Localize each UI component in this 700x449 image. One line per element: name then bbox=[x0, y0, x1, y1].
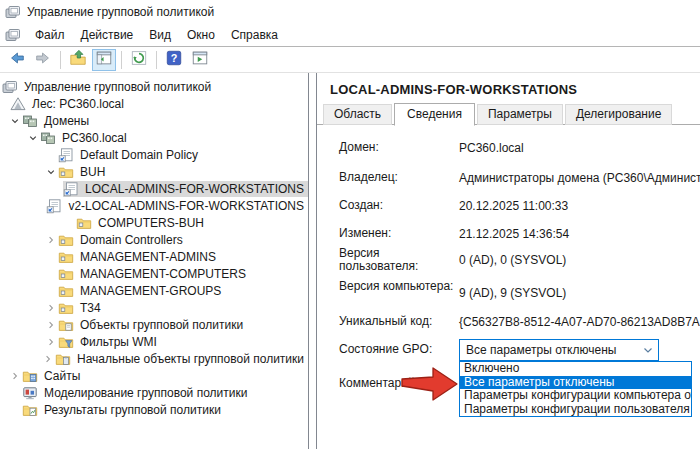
tree-expand-chevron-icon[interactable] bbox=[7, 371, 22, 381]
detail-field: Создан:20.12.2025 11:00:33 bbox=[339, 199, 700, 213]
detail-field-value: 21.12.2025 14:36:54 bbox=[459, 227, 569, 241]
menu-item-2[interactable]: Вид bbox=[141, 24, 179, 46]
menu-item-3[interactable]: Окно bbox=[179, 24, 223, 46]
tree-item[interactable]: Моделирование групповой политики bbox=[0, 384, 308, 401]
export-list-button[interactable] bbox=[66, 49, 90, 71]
tree-item-content[interactable]: Результаты групповой политики bbox=[22, 402, 225, 418]
dropdown-option[interactable]: Параметры конфигурации пользователя откл… bbox=[460, 403, 691, 417]
tree-item-content[interactable]: PC360.local bbox=[40, 130, 131, 146]
tree-item-content[interactable]: Объекты групповой политики bbox=[58, 317, 247, 333]
tree-item-content[interactable]: LOCAL-ADMINS-FOR-WORKSTATIONS bbox=[63, 181, 308, 197]
tree-item-content[interactable]: T34 bbox=[58, 300, 105, 316]
ou-icon bbox=[58, 266, 74, 282]
tab-settings[interactable]: Параметры bbox=[477, 104, 563, 125]
dropdown-option[interactable]: Все параметры отключены bbox=[460, 376, 691, 390]
forward-button[interactable] bbox=[31, 49, 55, 71]
tree-item[interactable]: v2-LOCAL-ADMINS-FOR-WORKSTATIONS bbox=[0, 197, 308, 214]
sites-icon bbox=[22, 368, 38, 384]
tab-bar: ОбластьСведенияПараметрыДелегирование bbox=[323, 102, 674, 125]
new-window-icon bbox=[191, 49, 209, 71]
gpo-status-label: Состояние GPO: bbox=[339, 342, 459, 356]
domains-icon bbox=[22, 113, 38, 129]
tree-item[interactable]: MANAGEMENT-ADMINS bbox=[0, 248, 308, 265]
tree-item-label: COMPUTERS-BUH bbox=[96, 215, 206, 231]
tree-item[interactable]: Лес: PC360.local bbox=[0, 95, 308, 112]
gpo-status-dropdown: ВключеноВсе параметры отключеныПараметры… bbox=[459, 361, 692, 417]
tree-item-content[interactable]: Начальные объекты групповой политики bbox=[55, 351, 308, 367]
refresh-icon bbox=[130, 49, 148, 71]
tree-item-content[interactable]: BUH bbox=[58, 164, 109, 180]
tree-item-content[interactable]: Домены bbox=[22, 113, 93, 129]
back-button[interactable] bbox=[5, 49, 29, 71]
gpmc-window: Управление групповой политикой ФайлДейст… bbox=[0, 0, 700, 449]
detail-field-label: Домен: bbox=[339, 141, 459, 154]
chevron-down-icon[interactable] bbox=[638, 344, 658, 356]
tree-item-content[interactable]: MANAGEMENT-GROUPS bbox=[58, 283, 225, 299]
tab-delegation[interactable]: Делегирование bbox=[565, 104, 672, 125]
menu-bar: ФайлДействиеВидОкноСправка bbox=[0, 23, 700, 47]
tree-item[interactable]: Default Domain Policy bbox=[0, 146, 308, 163]
menu-item-0[interactable]: Файл bbox=[27, 24, 73, 46]
tree-expand-chevron-icon[interactable] bbox=[43, 235, 58, 245]
tree-item[interactable]: Управление групповой политикой bbox=[0, 78, 308, 95]
tree-collapse-chevron-icon[interactable] bbox=[43, 167, 58, 177]
gpo-link-icon bbox=[46, 198, 62, 214]
tree-item-content[interactable]: Фильтры WMI bbox=[58, 334, 161, 350]
svg-text:?: ? bbox=[171, 52, 178, 64]
tree-item-label: MANAGEMENT-COMPUTERS bbox=[78, 266, 248, 282]
tree-item-content[interactable]: MANAGEMENT-ADMINS bbox=[58, 249, 220, 265]
new-window-button[interactable] bbox=[188, 49, 212, 71]
tree-item[interactable]: T34 bbox=[0, 299, 308, 316]
gpo-status-select[interactable]: Все параметры отключены bbox=[459, 339, 659, 361]
tree-item[interactable]: COMPUTERS-BUH bbox=[0, 214, 308, 231]
refresh-button[interactable] bbox=[127, 49, 151, 71]
gpo-objects-icon bbox=[58, 317, 74, 333]
tree-collapse-chevron-icon[interactable] bbox=[7, 116, 22, 126]
menu-item-4[interactable]: Справка bbox=[223, 24, 286, 46]
tree-collapse-chevron-icon[interactable] bbox=[25, 133, 40, 143]
tree-item[interactable]: Результаты групповой политики bbox=[0, 401, 308, 418]
tree-item[interactable]: Начальные объекты групповой политики bbox=[0, 350, 308, 367]
tree-item-content[interactable]: Domain Controllers bbox=[58, 232, 187, 248]
tree-expand-chevron-icon[interactable] bbox=[40, 354, 55, 364]
dropdown-option[interactable]: Включено bbox=[460, 362, 691, 376]
comment-label: Комментарий: bbox=[339, 376, 459, 390]
tree-item-content[interactable]: v2-LOCAL-ADMINS-FOR-WORKSTATIONS bbox=[46, 198, 308, 214]
tree-item-label: Домены bbox=[42, 113, 91, 129]
console-icon bbox=[5, 4, 21, 20]
back-arrow-icon bbox=[8, 49, 26, 71]
tree-item[interactable]: Домены bbox=[0, 112, 308, 129]
tree-expand-chevron-icon[interactable] bbox=[43, 320, 58, 330]
tree-item[interactable]: MANAGEMENT-COMPUTERS bbox=[0, 265, 308, 282]
tab-details[interactable]: Сведения bbox=[394, 103, 475, 126]
tree-item-label: Результаты групповой политики bbox=[42, 402, 223, 418]
tree-item[interactable]: MANAGEMENT-GROUPS bbox=[0, 282, 308, 299]
tree-item-label: Управление групповой политикой bbox=[22, 79, 213, 95]
tree-item[interactable]: Объекты групповой политики bbox=[0, 316, 308, 333]
detail-field-value: 9 (AD), 9 (SYSVOL) bbox=[459, 286, 566, 300]
show-console-tree-button[interactable] bbox=[92, 49, 116, 71]
menu-item-1[interactable]: Действие bbox=[73, 24, 142, 46]
tree-item[interactable]: Domain Controllers bbox=[0, 231, 308, 248]
tab-scope[interactable]: Область bbox=[323, 104, 392, 125]
tree-item-content[interactable]: MANAGEMENT-COMPUTERS bbox=[58, 266, 250, 282]
tree-item-content[interactable]: Сайты bbox=[22, 368, 84, 384]
ou-icon bbox=[58, 164, 74, 180]
tree-expand-chevron-icon[interactable] bbox=[43, 303, 58, 313]
window-title: Управление групповой политикой bbox=[27, 5, 214, 19]
tree-item-content[interactable]: COMPUTERS-BUH bbox=[76, 215, 208, 231]
tree-item[interactable]: Сайты bbox=[0, 367, 308, 384]
tree-item[interactable]: LOCAL-ADMINS-FOR-WORKSTATIONS bbox=[0, 180, 308, 197]
tree-expand-chevron-icon[interactable] bbox=[43, 337, 58, 347]
detail-field-value: 20.12.2025 11:00:33 bbox=[459, 199, 568, 213]
tree-item[interactable]: BUH bbox=[0, 163, 308, 180]
gpo-link-icon bbox=[58, 147, 74, 163]
tree-item[interactable]: Фильтры WMI bbox=[0, 333, 308, 350]
tree-item[interactable]: PC360.local bbox=[0, 129, 308, 146]
dropdown-option[interactable]: Параметры конфигурации компьютера отключ bbox=[460, 389, 691, 403]
tree-item-content[interactable]: Default Domain Policy bbox=[58, 147, 202, 163]
tree-item-content[interactable]: Моделирование групповой политики bbox=[22, 385, 251, 401]
tree-item-content[interactable]: Управление групповой политикой bbox=[2, 79, 215, 95]
help-button[interactable]: ? bbox=[162, 49, 186, 71]
tree-item-content[interactable]: Лес: PC360.local bbox=[10, 96, 128, 112]
